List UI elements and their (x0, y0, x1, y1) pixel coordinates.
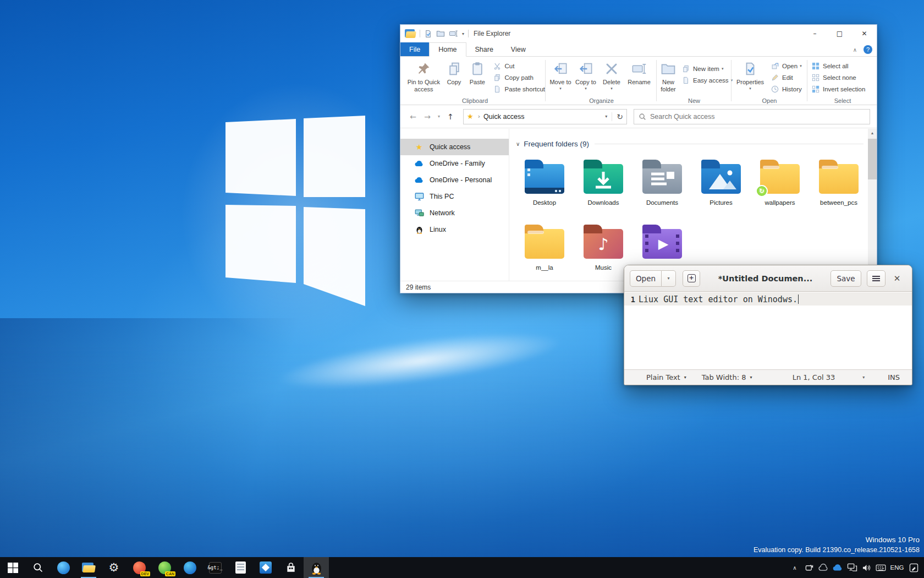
rename-button[interactable]: Rename (625, 59, 653, 87)
section-frequent-folders[interactable]: ∨ Frequent folders (9) (516, 140, 864, 148)
taskbar-notepad[interactable] (228, 557, 253, 578)
folder-tile-documents[interactable]: Documents (635, 157, 690, 206)
sidebar-item-linux[interactable]: Linux (400, 221, 509, 238)
properties-button[interactable]: Properties▾ (734, 59, 767, 92)
open-dropdown-icon[interactable]: ▾ (662, 270, 676, 287)
recent-locations-icon[interactable]: ▾ (435, 114, 443, 119)
folder-tile-pictures[interactable]: Pictures (694, 157, 749, 206)
qat-customize-icon[interactable]: ▾ (462, 31, 464, 36)
paste-shortcut-button[interactable]: Paste shortcut (492, 84, 545, 94)
close-button[interactable]: ✕ (888, 270, 906, 287)
cortana-button[interactable] (51, 557, 76, 578)
qat-new-folder-icon[interactable] (436, 30, 445, 37)
tray-expand-icon[interactable]: ∧ (788, 557, 802, 578)
move-to-button[interactable]: Move to▾ (548, 59, 573, 92)
explorer-titlebar[interactable]: ▾ File Explorer – □ ✕ (400, 25, 877, 42)
volume-icon[interactable] (859, 557, 873, 578)
scrollbar-thumb[interactable] (868, 139, 877, 179)
address-dropdown-icon[interactable]: ▾ (601, 114, 612, 119)
breadcrumb-location[interactable]: Quick access (483, 113, 524, 121)
new-document-button[interactable]: + (683, 270, 700, 287)
search-box[interactable] (634, 109, 870, 124)
taskbar-linux-gedit[interactable] (304, 557, 329, 578)
tab-home[interactable]: Home (429, 42, 466, 57)
help-icon[interactable]: ? (864, 45, 872, 54)
taskbar-edge-canary[interactable]: CAN (152, 557, 177, 578)
select-all-button[interactable]: Select all (811, 61, 865, 71)
new-item-button[interactable]: New item▾ (681, 64, 733, 74)
ink-workspace-icon[interactable] (906, 557, 921, 578)
folder-tile-music[interactable]: ♪ Music (576, 222, 631, 271)
copy-to-button[interactable]: Copy to▾ (573, 59, 598, 92)
onedrive-gray-icon[interactable] (816, 557, 831, 578)
search-input[interactable] (650, 113, 865, 121)
select-none-button[interactable]: Select none (811, 73, 865, 83)
paste-button[interactable]: Paste (465, 59, 489, 87)
new-folder-button[interactable]: New folder (659, 59, 678, 94)
taskbar-edge-dev[interactable]: DEV (127, 557, 152, 578)
tab-view[interactable]: View (502, 42, 535, 56)
taskbar-terminal[interactable]: &gt;_ (202, 557, 228, 578)
folder-tile-m-la[interactable]: m__la (517, 222, 572, 271)
folder-tile-between-pcs[interactable]: between_pcs (811, 157, 866, 206)
menu-button[interactable] (867, 270, 886, 287)
editor-headerbar[interactable]: Open ▾ + *Untitled Documen... Save ✕ (624, 265, 912, 292)
sidebar-item-network[interactable]: Network (400, 205, 509, 221)
search-button[interactable] (25, 557, 51, 578)
language-dropdown[interactable]: Plain Text▾ (646, 373, 686, 381)
edit-button[interactable]: Edit (770, 73, 802, 83)
rotation-lock-icon[interactable] (802, 557, 816, 578)
invert-selection-button[interactable]: Invert selection (811, 84, 865, 94)
section-chevron-icon[interactable]: ∨ (516, 141, 520, 147)
pin-to-quick-access-button[interactable]: Pin to Quick access (405, 59, 443, 94)
tab-file[interactable]: File (400, 42, 429, 56)
taskbar-settings[interactable]: ⚙ (101, 557, 127, 578)
refresh-icon[interactable]: ↻ (612, 112, 623, 121)
editor-text-area[interactable]: 1 Liux GUI text editor on Winodws. (624, 292, 912, 369)
qat-rename-icon[interactable] (449, 30, 458, 37)
history-button[interactable]: History (770, 84, 802, 94)
maximize-button[interactable]: □ (827, 25, 852, 42)
system-tray: ∧ ENG (788, 557, 924, 578)
start-button[interactable] (0, 557, 25, 578)
folder-tile-downloads[interactable]: Downloads (576, 157, 631, 206)
open-button[interactable]: Open (630, 270, 662, 287)
folder-tile-videos[interactable]: ▶ Videos (635, 222, 690, 271)
sidebar-item-this-pc[interactable]: This PC (400, 188, 509, 205)
touch-keyboard-icon[interactable] (873, 557, 888, 578)
taskbar-file-explorer[interactable] (76, 557, 101, 578)
cut-button[interactable]: Cut (492, 61, 545, 71)
taskbar-store[interactable] (278, 557, 304, 578)
collapse-ribbon-icon[interactable]: ∧ (853, 47, 857, 53)
scroll-up-icon[interactable]: ▴ (871, 129, 873, 138)
qat-properties-icon[interactable] (424, 30, 432, 38)
breadcrumb[interactable]: ★ › Quick access ▾ ↻ (463, 109, 627, 124)
tab-share[interactable]: Share (466, 42, 502, 56)
sidebar-item-onedrive-personal[interactable]: OneDrive - Personal (400, 172, 509, 188)
language-indicator[interactable]: ENG (888, 557, 906, 578)
tab-width-dropdown[interactable]: Tab Width: 8▾ (702, 373, 752, 381)
sidebar-item-onedrive-family[interactable]: OneDrive - Family (400, 155, 509, 172)
copy-path-button[interactable]: Copy path (492, 73, 545, 83)
group-separator (545, 60, 546, 101)
scrollbar[interactable]: ▴ ▾ (868, 129, 877, 281)
folder-tile-wallpapers[interactable]: ↻ wallpapers (752, 157, 807, 206)
taskbar-edge[interactable] (177, 557, 202, 578)
copy-button[interactable]: Copy (443, 59, 465, 87)
folder-tile-desktop[interactable]: Desktop (517, 157, 572, 206)
minimize-button[interactable]: – (802, 25, 827, 42)
insert-mode-indicator[interactable]: INS (888, 373, 900, 381)
save-button[interactable]: Save (831, 270, 861, 287)
up-icon[interactable]: ↑ (443, 112, 458, 121)
network-icon[interactable] (845, 557, 859, 578)
forward-icon[interactable]: → (420, 112, 435, 121)
close-button[interactable]: ✕ (852, 25, 877, 42)
onedrive-blue-icon[interactable] (831, 557, 845, 578)
sidebar-item-quick-access[interactable]: ★ Quick access (400, 139, 509, 155)
goto-line-dropdown-icon[interactable]: ▾ (862, 375, 865, 380)
open-button[interactable]: Open▾ (770, 61, 802, 71)
delete-button[interactable]: Delete▾ (598, 59, 625, 92)
taskbar-photos[interactable] (253, 557, 278, 578)
back-icon[interactable]: ← (406, 112, 420, 121)
easy-access-button[interactable]: Easy access▾ (681, 75, 733, 85)
